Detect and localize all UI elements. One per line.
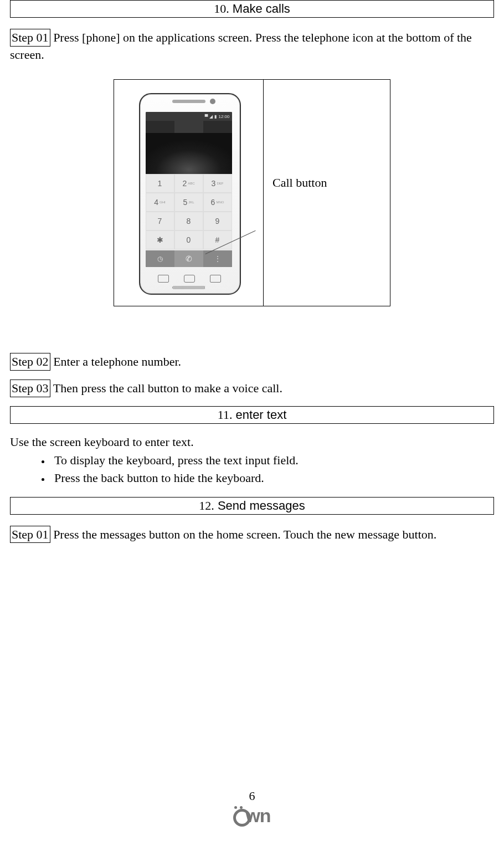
call-button-icon: ✆: [174, 250, 203, 267]
section-header-11: 11. enter text: [10, 406, 494, 424]
section-title: Send messages: [218, 499, 305, 512]
phone-number-display: [146, 133, 232, 174]
page-footer: 6 wn: [0, 789, 504, 829]
bullet-item: To display the keyboard, press the text …: [51, 452, 494, 469]
step-label: Step 02: [10, 353, 50, 371]
section-title: enter text: [236, 408, 287, 422]
phone-status-bar: ▀◢▮ 12:00: [146, 112, 232, 121]
section-header-10: 10. Make calls: [10, 0, 494, 18]
page-number: 6: [0, 789, 504, 803]
s11-intro: Use the screen keyboard to enter text.: [10, 435, 494, 449]
step-label: Step 01: [10, 526, 50, 543]
step-text: Press the messages button on the home sc…: [50, 527, 437, 541]
s12-step01: Step 01 Press the messages button on the…: [10, 526, 494, 543]
step-text: Press [phone] on the applications screen…: [10, 30, 472, 61]
figure-row: ▀◢▮ 12:00 1 2ABC 3DEF 4GHI 5JKL 6MNO: [10, 79, 494, 306]
brand-logo: wn: [233, 806, 270, 827]
section-number: 10.: [214, 2, 229, 16]
s10-step02: Step 02 Enter a telephone number.: [10, 353, 494, 371]
section-header-12: 12. Send messages: [10, 497, 494, 515]
figure-phone-cell: ▀◢▮ 12:00 1 2ABC 3DEF 4GHI 5JKL 6MNO: [114, 79, 263, 306]
step-label: Step 01: [10, 29, 50, 47]
phone-action-bar: ◷ ✆ ⋮: [146, 250, 232, 267]
step-label: Step 03: [10, 380, 50, 397]
step-text: Then press the call button to make a voi…: [50, 381, 282, 395]
section-title: Make calls: [233, 2, 290, 16]
s10-step01: Step 01 Press [phone] on the application…: [10, 29, 494, 63]
phone-keypad: 1 2ABC 3DEF 4GHI 5JKL 6MNO 7 8 9 ✱ 0 #: [146, 174, 232, 250]
figure-label-cell: Call button: [263, 79, 390, 306]
callout-label: Call button: [272, 176, 327, 190]
phone-tabs: [146, 121, 232, 133]
section-number: 12.: [199, 499, 214, 512]
s10-step03: Step 03 Then press the call button to ma…: [10, 380, 494, 397]
step-text: Enter a telephone number.: [50, 355, 181, 368]
status-time: 12:00: [218, 114, 229, 119]
phone-illustration: ▀◢▮ 12:00 1 2ABC 3DEF 4GHI 5JKL 6MNO: [133, 88, 244, 298]
bullet-item: Press the back button to hide the keyboa…: [51, 469, 494, 487]
section-number: 11.: [218, 408, 233, 422]
s11-bullets: To display the keyboard, press the text …: [10, 452, 494, 487]
